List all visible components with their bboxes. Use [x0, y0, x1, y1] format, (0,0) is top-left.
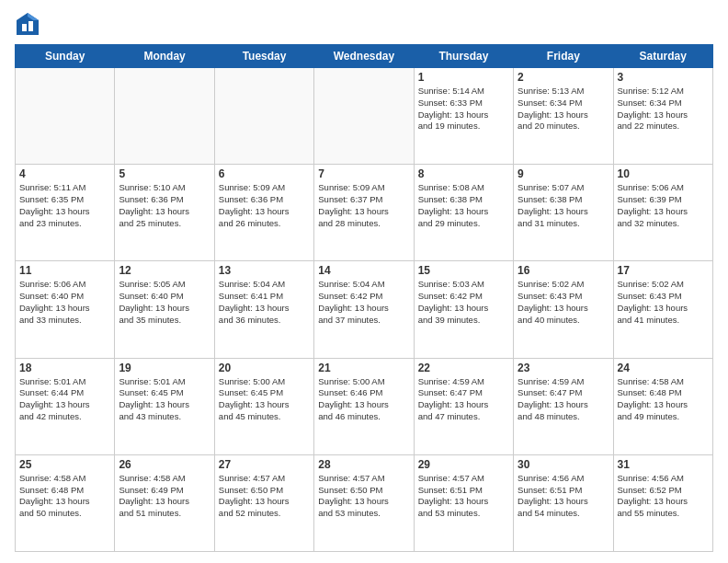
calendar-cell: 29Sunrise: 4:57 AM Sunset: 6:51 PM Dayli…: [414, 454, 513, 551]
day-number: 14: [318, 264, 409, 277]
calendar-cell: 26Sunrise: 4:58 AM Sunset: 6:49 PM Dayli…: [115, 454, 214, 551]
day-number: 4: [19, 167, 110, 180]
day-info: Sunrise: 5:09 AM Sunset: 6:37 PM Dayligh…: [318, 182, 409, 229]
day-number: 19: [119, 362, 210, 374]
day-info: Sunrise: 5:00 AM Sunset: 6:45 PM Dayligh…: [219, 376, 310, 423]
calendar-header-saturday: Saturday: [613, 45, 712, 68]
logo: [15, 11, 44, 37]
day-number: 16: [518, 264, 609, 277]
day-info: Sunrise: 5:02 AM Sunset: 6:43 PM Dayligh…: [618, 279, 709, 326]
day-info: Sunrise: 4:57 AM Sunset: 6:50 PM Dayligh…: [219, 473, 310, 520]
day-number: 6: [219, 167, 310, 180]
day-info: Sunrise: 4:57 AM Sunset: 6:50 PM Dayligh…: [318, 473, 409, 520]
day-info: Sunrise: 5:00 AM Sunset: 6:46 PM Dayligh…: [318, 376, 409, 423]
calendar-header-tuesday: Tuesday: [214, 45, 313, 68]
day-number: 10: [618, 167, 709, 180]
day-number: 3: [618, 71, 709, 84]
day-number: 30: [518, 458, 609, 471]
day-info: Sunrise: 5:04 AM Sunset: 6:42 PM Dayligh…: [318, 279, 409, 326]
calendar-cell: 6Sunrise: 5:09 AM Sunset: 6:36 PM Daylig…: [214, 165, 313, 261]
day-info: Sunrise: 4:58 AM Sunset: 6:49 PM Dayligh…: [119, 473, 210, 520]
calendar-header-row: SundayMondayTuesdayWednesdayThursdayFrid…: [16, 45, 713, 68]
calendar-cell: 25Sunrise: 4:58 AM Sunset: 6:48 PM Dayli…: [16, 454, 115, 551]
day-number: 25: [19, 458, 110, 471]
day-info: Sunrise: 5:10 AM Sunset: 6:36 PM Dayligh…: [119, 182, 210, 229]
day-info: Sunrise: 5:05 AM Sunset: 6:40 PM Dayligh…: [119, 279, 210, 326]
calendar-cell: 3Sunrise: 5:12 AM Sunset: 6:34 PM Daylig…: [613, 68, 712, 165]
calendar-cell: [214, 68, 313, 165]
calendar-cell: 11Sunrise: 5:06 AM Sunset: 6:40 PM Dayli…: [16, 261, 115, 358]
calendar-cell: 21Sunrise: 5:00 AM Sunset: 6:46 PM Dayli…: [314, 358, 414, 454]
calendar-cell: 14Sunrise: 5:04 AM Sunset: 6:42 PM Dayli…: [314, 261, 414, 358]
calendar-cell: 9Sunrise: 5:07 AM Sunset: 6:38 PM Daylig…: [514, 165, 613, 261]
svg-rect-2: [22, 24, 27, 31]
day-number: 13: [219, 264, 310, 277]
day-number: 8: [418, 167, 509, 180]
day-number: 18: [19, 362, 110, 374]
day-info: Sunrise: 4:59 AM Sunset: 6:47 PM Dayligh…: [518, 376, 609, 423]
calendar-cell: 18Sunrise: 5:01 AM Sunset: 6:44 PM Dayli…: [16, 358, 115, 454]
calendar-cell: 13Sunrise: 5:04 AM Sunset: 6:41 PM Dayli…: [214, 261, 313, 358]
day-number: 17: [618, 264, 709, 277]
day-info: Sunrise: 4:59 AM Sunset: 6:47 PM Dayligh…: [418, 376, 509, 423]
day-info: Sunrise: 5:01 AM Sunset: 6:44 PM Dayligh…: [19, 376, 110, 423]
calendar-header-sunday: Sunday: [16, 45, 115, 68]
calendar-cell: [314, 68, 414, 165]
calendar-header-wednesday: Wednesday: [314, 45, 414, 68]
day-info: Sunrise: 5:09 AM Sunset: 6:36 PM Dayligh…: [219, 182, 310, 229]
day-number: 2: [518, 71, 609, 84]
calendar-cell: 28Sunrise: 4:57 AM Sunset: 6:50 PM Dayli…: [314, 454, 414, 551]
day-info: Sunrise: 4:58 AM Sunset: 6:48 PM Dayligh…: [618, 376, 709, 423]
calendar-cell: 20Sunrise: 5:00 AM Sunset: 6:45 PM Dayli…: [214, 358, 313, 454]
calendar-week-3: 18Sunrise: 5:01 AM Sunset: 6:44 PM Dayli…: [16, 358, 713, 454]
day-number: 5: [119, 167, 210, 180]
day-info: Sunrise: 5:01 AM Sunset: 6:45 PM Dayligh…: [119, 376, 210, 423]
day-number: 31: [618, 458, 709, 471]
day-info: Sunrise: 4:57 AM Sunset: 6:51 PM Dayligh…: [418, 473, 509, 520]
day-number: 24: [618, 362, 709, 374]
day-number: 29: [418, 458, 509, 471]
day-number: 11: [19, 264, 110, 277]
calendar-header-thursday: Thursday: [414, 45, 513, 68]
calendar-header-monday: Monday: [115, 45, 214, 68]
day-info: Sunrise: 5:14 AM Sunset: 6:33 PM Dayligh…: [418, 86, 509, 132]
calendar-week-2: 11Sunrise: 5:06 AM Sunset: 6:40 PM Dayli…: [16, 261, 713, 358]
calendar-table: SundayMondayTuesdayWednesdayThursdayFrid…: [15, 44, 713, 552]
day-number: 12: [119, 264, 210, 277]
header: [15, 11, 713, 37]
calendar-cell: 8Sunrise: 5:08 AM Sunset: 6:38 PM Daylig…: [414, 165, 513, 261]
calendar-cell: 24Sunrise: 4:58 AM Sunset: 6:48 PM Dayli…: [613, 358, 712, 454]
day-number: 23: [518, 362, 609, 374]
svg-rect-3: [28, 21, 33, 31]
day-number: 26: [119, 458, 210, 471]
calendar-cell: [115, 68, 214, 165]
calendar-cell: 23Sunrise: 4:59 AM Sunset: 6:47 PM Dayli…: [514, 358, 613, 454]
logo-icon: [15, 11, 40, 37]
day-info: Sunrise: 5:02 AM Sunset: 6:43 PM Dayligh…: [518, 279, 609, 326]
calendar-cell: 4Sunrise: 5:11 AM Sunset: 6:35 PM Daylig…: [16, 165, 115, 261]
calendar-cell: 10Sunrise: 5:06 AM Sunset: 6:39 PM Dayli…: [613, 165, 712, 261]
day-info: Sunrise: 5:03 AM Sunset: 6:42 PM Dayligh…: [418, 279, 509, 326]
calendar-cell: 7Sunrise: 5:09 AM Sunset: 6:37 PM Daylig…: [314, 165, 414, 261]
day-info: Sunrise: 5:04 AM Sunset: 6:41 PM Dayligh…: [219, 279, 310, 326]
calendar-cell: 5Sunrise: 5:10 AM Sunset: 6:36 PM Daylig…: [115, 165, 214, 261]
calendar-week-4: 25Sunrise: 4:58 AM Sunset: 6:48 PM Dayli…: [16, 454, 713, 551]
calendar-cell: 27Sunrise: 4:57 AM Sunset: 6:50 PM Dayli…: [214, 454, 313, 551]
day-number: 22: [418, 362, 509, 374]
calendar-week-1: 4Sunrise: 5:11 AM Sunset: 6:35 PM Daylig…: [16, 165, 713, 261]
calendar-cell: 16Sunrise: 5:02 AM Sunset: 6:43 PM Dayli…: [514, 261, 613, 358]
day-info: Sunrise: 4:58 AM Sunset: 6:48 PM Dayligh…: [19, 473, 110, 520]
calendar-cell: [16, 68, 115, 165]
day-number: 9: [518, 167, 609, 180]
day-number: 20: [219, 362, 310, 374]
calendar-cell: 19Sunrise: 5:01 AM Sunset: 6:45 PM Dayli…: [115, 358, 214, 454]
day-info: Sunrise: 5:07 AM Sunset: 6:38 PM Dayligh…: [518, 182, 609, 229]
day-number: 28: [318, 458, 409, 471]
calendar-cell: 17Sunrise: 5:02 AM Sunset: 6:43 PM Dayli…: [613, 261, 712, 358]
day-number: 27: [219, 458, 310, 471]
calendar-cell: 30Sunrise: 4:56 AM Sunset: 6:51 PM Dayli…: [514, 454, 613, 551]
day-info: Sunrise: 5:11 AM Sunset: 6:35 PM Dayligh…: [19, 182, 110, 229]
day-info: Sunrise: 5:06 AM Sunset: 6:40 PM Dayligh…: [19, 279, 110, 326]
page: SundayMondayTuesdayWednesdayThursdayFrid…: [0, 0, 728, 563]
day-info: Sunrise: 5:13 AM Sunset: 6:34 PM Dayligh…: [518, 86, 609, 132]
